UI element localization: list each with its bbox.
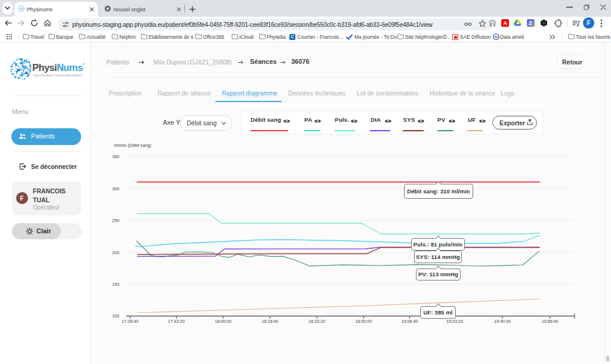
svg-text:100: 100	[112, 313, 119, 319]
svg-text:18:00:00: 18:00:00	[215, 319, 232, 324]
svg-text:ml/min (Débit sang): ml/min (Débit sang)	[114, 143, 151, 148]
svg-text:18:50:00: 18:50:00	[356, 319, 372, 324]
svg-text:250: 250	[112, 218, 119, 223]
svg-text:17:26:40: 17:26:40	[122, 319, 138, 324]
svg-text:17:43:20: 17:43:20	[168, 319, 185, 324]
svg-text:19:40:00: 19:40:00	[494, 319, 511, 324]
svg-text:150: 150	[112, 282, 119, 287]
svg-text:350: 350	[112, 154, 119, 159]
svg-text:19:23:20: 19:23:20	[446, 319, 463, 324]
svg-text:300: 300	[112, 186, 119, 192]
svg-text:200: 200	[112, 250, 119, 255]
svg-text:18:16:40: 18:16:40	[262, 319, 279, 324]
svg-text:19:06:40: 19:06:40	[402, 319, 418, 324]
svg-text:18:33:20: 18:33:20	[308, 319, 325, 324]
svg-text:19:56:40: 19:56:40	[542, 319, 558, 324]
